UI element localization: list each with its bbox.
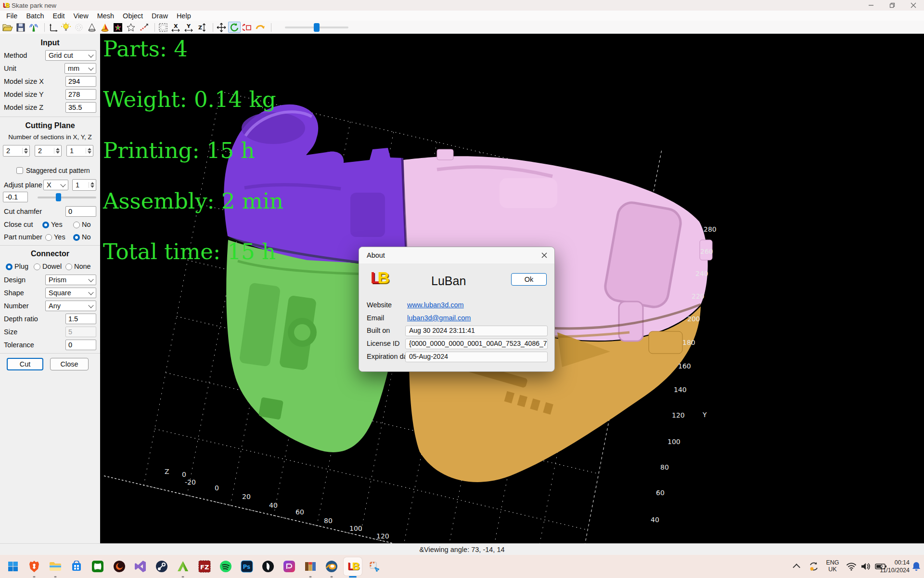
built-on-field[interactable]: Aug 30 2024 23:11:41 — [405, 326, 548, 336]
bitwarden-icon[interactable] — [259, 557, 277, 576]
sections-z-spinner[interactable]: 1 — [66, 145, 93, 157]
menu-view[interactable]: View — [69, 12, 92, 20]
blender-icon[interactable] — [322, 557, 341, 576]
menu-batch[interactable]: Batch — [22, 12, 48, 20]
spotify-icon[interactable] — [217, 557, 235, 576]
dowel-radio[interactable] — [34, 263, 40, 270]
website-link[interactable]: www.luban3d.com — [407, 301, 464, 309]
star-icon[interactable] — [125, 22, 137, 33]
x-tick: 120 — [376, 532, 389, 540]
design-select[interactable]: Prism — [45, 275, 96, 285]
part-number-no-radio[interactable] — [73, 234, 80, 241]
method-select[interactable]: Grid cut — [45, 50, 96, 61]
light-icon[interactable] — [60, 22, 72, 33]
undo-arc-icon[interactable] — [254, 22, 267, 33]
start-button[interactable] — [4, 557, 22, 576]
luban-taskbar-icon[interactable]: LB — [344, 557, 362, 576]
dialog-close-icon[interactable] — [537, 249, 552, 262]
y-axis-icon[interactable]: Y — [183, 22, 195, 33]
axes-icon[interactable] — [47, 22, 59, 33]
offset-slider[interactable] — [38, 197, 96, 198]
rotate-icon[interactable] — [228, 22, 241, 33]
steam-icon[interactable] — [153, 557, 171, 576]
tray-time: 00:14 — [876, 559, 910, 566]
wireframe-cone-icon[interactable] — [86, 22, 98, 33]
close-cut-label: Close cut — [4, 221, 33, 228]
menu-mesh[interactable]: Mesh — [93, 12, 118, 20]
email-link[interactable]: luban3d@gmail.com — [407, 314, 471, 322]
cut-button[interactable]: Cut — [7, 358, 43, 370]
model-size-y-input[interactable] — [65, 89, 96, 100]
shape-label: Shape — [4, 289, 24, 297]
open-icon[interactable] — [1, 22, 14, 33]
close-button[interactable] — [903, 0, 924, 11]
broadcast-icon[interactable] — [27, 22, 40, 33]
tray-chevron-up-icon[interactable] — [791, 555, 803, 578]
xbox-icon[interactable] — [89, 557, 107, 576]
menu-help[interactable]: Help — [172, 12, 195, 20]
model-size-x-input[interactable] — [65, 76, 96, 87]
tolerance-input[interactable] — [65, 340, 96, 350]
close-cut-no-radio[interactable] — [73, 222, 80, 228]
save-icon[interactable] — [14, 22, 27, 33]
cut-chamfer-input[interactable] — [65, 206, 96, 217]
shape-select[interactable]: Square — [45, 288, 96, 298]
arc-icon[interactable] — [174, 557, 192, 576]
zoom-slider[interactable] — [285, 26, 348, 28]
y-tick: 140 — [674, 386, 687, 394]
sections-y-spinner[interactable]: 2 — [35, 145, 62, 157]
visual-studio-icon[interactable] — [131, 557, 150, 576]
notification-bell-icon[interactable] — [910, 555, 923, 578]
maximize-button[interactable] — [882, 0, 903, 11]
winrar-icon[interactable] — [301, 557, 320, 576]
unit-select[interactable]: mm — [64, 63, 96, 74]
model-size-z-input[interactable] — [65, 102, 96, 113]
snipping-tool-icon[interactable] — [366, 557, 382, 576]
x-axis-icon[interactable]: X — [170, 22, 182, 33]
selection-box-icon[interactable] — [157, 22, 169, 33]
close-cut-yes-radio[interactable] — [42, 222, 49, 228]
adjust-index-spinner[interactable]: 1 — [72, 179, 96, 191]
stats-total-time: Total time: 15 h — [103, 239, 276, 264]
sync-icon[interactable] — [807, 555, 821, 578]
license-field[interactable]: {0000_0000_0000_0001_00A0_7523_4086_7B71… — [405, 339, 548, 349]
menu-object[interactable]: Object — [118, 12, 147, 20]
minimize-button[interactable] — [860, 0, 882, 11]
clock[interactable]: 00:14 11/10/2024 — [876, 555, 910, 578]
offset-input[interactable] — [3, 192, 28, 202]
material-star-icon[interactable] — [112, 22, 124, 33]
volume-icon[interactable] — [859, 555, 873, 578]
number-select[interactable]: Any — [45, 301, 96, 311]
wifi-icon[interactable] — [844, 555, 859, 578]
microsoft-store-icon[interactable] — [67, 557, 86, 576]
ok-button[interactable]: Ok — [511, 273, 547, 286]
language-indicator[interactable]: ENG UK — [822, 555, 843, 578]
z-axis-icon[interactable]: Z — [196, 22, 208, 33]
none-radio[interactable] — [65, 263, 72, 270]
crunchyroll-icon[interactable] — [110, 557, 128, 576]
adjust-axis-select[interactable]: X — [43, 180, 68, 190]
menu-draw[interactable]: Draw — [147, 12, 172, 20]
close-button-panel[interactable]: Close — [50, 358, 89, 370]
sections-x-spinner[interactable]: 2 — [3, 145, 30, 157]
grid-points-icon[interactable] — [73, 22, 85, 33]
menu-edit[interactable]: Edit — [48, 12, 69, 20]
brave-icon[interactable] — [25, 557, 43, 576]
photoshop-icon[interactable]: Ps — [238, 557, 256, 576]
file-explorer-icon[interactable] — [46, 557, 64, 576]
chevron-down-icon — [88, 52, 93, 57]
filezilla-icon[interactable]: FZ — [195, 557, 214, 576]
offset-slider-thumb[interactable] — [56, 193, 61, 201]
staggered-checkbox[interactable] — [16, 167, 23, 174]
rotate-box-icon[interactable] — [241, 22, 254, 33]
part-number-yes-radio[interactable] — [45, 234, 52, 241]
gradient-app-icon[interactable] — [280, 557, 298, 576]
plug-radio[interactable] — [6, 263, 13, 270]
point-arrow-icon[interactable] — [138, 22, 150, 33]
zoom-slider-thumb[interactable] — [314, 23, 320, 32]
shaded-cone-icon[interactable] — [99, 22, 111, 33]
menu-file[interactable]: File — [2, 12, 22, 20]
depth-ratio-input[interactable] — [65, 314, 96, 324]
pan-icon[interactable] — [215, 22, 228, 33]
expiration-field[interactable]: 05-Aug-2024 — [405, 352, 548, 362]
